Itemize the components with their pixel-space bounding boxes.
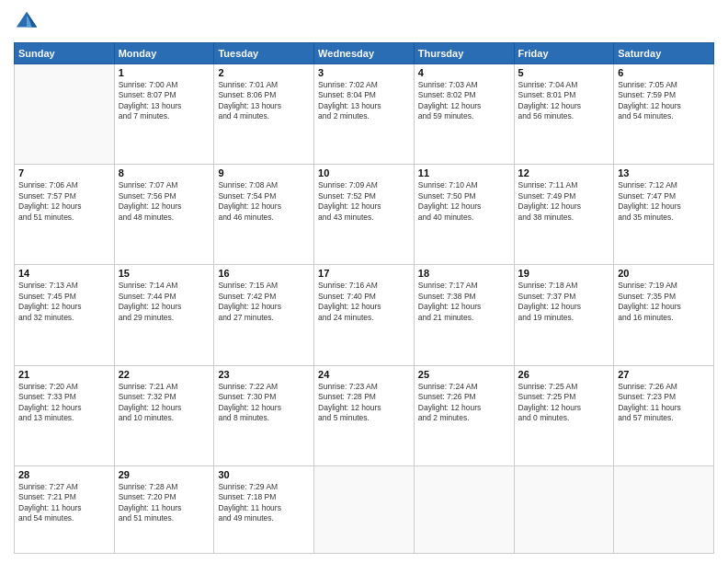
day-info: Sunrise: 7:28 AM Sunset: 7:20 PM Dayligh… bbox=[119, 482, 210, 524]
day-number: 13 bbox=[618, 167, 710, 178]
day-info: Sunrise: 7:10 AM Sunset: 7:50 PM Dayligh… bbox=[418, 180, 510, 223]
day-info: Sunrise: 7:29 AM Sunset: 7:18 PM Dayligh… bbox=[218, 482, 310, 524]
day-number: 12 bbox=[518, 167, 610, 178]
day-number: 22 bbox=[119, 369, 210, 380]
day-info: Sunrise: 7:26 AM Sunset: 7:23 PM Dayligh… bbox=[618, 382, 710, 424]
calendar-week-row: 7Sunrise: 7:06 AM Sunset: 7:57 PM Daylig… bbox=[15, 165, 714, 265]
calendar-cell: 25Sunrise: 7:24 AM Sunset: 7:26 PM Dayli… bbox=[414, 365, 514, 465]
calendar-cell bbox=[15, 64, 115, 165]
day-number: 23 bbox=[218, 369, 310, 380]
calendar-cell: 26Sunrise: 7:25 AM Sunset: 7:25 PM Dayli… bbox=[514, 365, 614, 465]
calendar-cell: 30Sunrise: 7:29 AM Sunset: 7:18 PM Dayli… bbox=[214, 465, 314, 553]
weekday-header: Tuesday bbox=[214, 43, 314, 64]
calendar-cell: 18Sunrise: 7:17 AM Sunset: 7:38 PM Dayli… bbox=[414, 265, 514, 365]
calendar-cell: 5Sunrise: 7:04 AM Sunset: 8:01 PM Daylig… bbox=[514, 64, 614, 165]
day-info: Sunrise: 7:24 AM Sunset: 7:26 PM Dayligh… bbox=[418, 382, 510, 424]
day-number: 2 bbox=[218, 67, 310, 78]
page: SundayMondayTuesdayWednesdayThursdayFrid… bbox=[0, 0, 728, 563]
weekday-header: Saturday bbox=[614, 43, 714, 64]
calendar-cell: 11Sunrise: 7:10 AM Sunset: 7:50 PM Dayli… bbox=[414, 165, 514, 265]
day-number: 28 bbox=[18, 469, 110, 480]
calendar-cell: 8Sunrise: 7:07 AM Sunset: 7:56 PM Daylig… bbox=[114, 165, 214, 265]
day-info: Sunrise: 7:05 AM Sunset: 7:59 PM Dayligh… bbox=[618, 80, 710, 122]
day-info: Sunrise: 7:13 AM Sunset: 7:45 PM Dayligh… bbox=[18, 281, 110, 323]
day-number: 30 bbox=[218, 469, 310, 480]
day-number: 7 bbox=[18, 167, 110, 178]
day-info: Sunrise: 7:01 AM Sunset: 8:06 PM Dayligh… bbox=[218, 80, 310, 122]
weekday-header: Friday bbox=[514, 43, 614, 64]
calendar-cell: 27Sunrise: 7:26 AM Sunset: 7:23 PM Dayli… bbox=[614, 365, 714, 465]
day-number: 27 bbox=[618, 369, 710, 380]
day-number: 3 bbox=[318, 67, 410, 78]
day-info: Sunrise: 7:17 AM Sunset: 7:38 PM Dayligh… bbox=[418, 281, 510, 323]
day-info: Sunrise: 7:25 AM Sunset: 7:25 PM Dayligh… bbox=[518, 382, 610, 424]
day-info: Sunrise: 7:02 AM Sunset: 8:04 PM Dayligh… bbox=[318, 80, 410, 122]
day-number: 20 bbox=[618, 268, 710, 279]
day-info: Sunrise: 7:18 AM Sunset: 7:37 PM Dayligh… bbox=[518, 281, 610, 323]
calendar-week-row: 14Sunrise: 7:13 AM Sunset: 7:45 PM Dayli… bbox=[15, 265, 714, 365]
logo bbox=[14, 9, 43, 35]
calendar-cell: 14Sunrise: 7:13 AM Sunset: 7:45 PM Dayli… bbox=[15, 265, 115, 365]
calendar-cell: 17Sunrise: 7:16 AM Sunset: 7:40 PM Dayli… bbox=[314, 265, 415, 365]
calendar-cell: 20Sunrise: 7:19 AM Sunset: 7:35 PM Dayli… bbox=[614, 265, 714, 365]
day-number: 1 bbox=[119, 67, 210, 78]
day-info: Sunrise: 7:23 AM Sunset: 7:28 PM Dayligh… bbox=[318, 382, 410, 424]
calendar-cell: 15Sunrise: 7:14 AM Sunset: 7:44 PM Dayli… bbox=[114, 265, 214, 365]
calendar-cell: 16Sunrise: 7:15 AM Sunset: 7:42 PM Dayli… bbox=[214, 265, 314, 365]
calendar-cell: 1Sunrise: 7:00 AM Sunset: 8:07 PM Daylig… bbox=[114, 64, 214, 165]
day-info: Sunrise: 7:16 AM Sunset: 7:40 PM Dayligh… bbox=[318, 281, 410, 323]
day-number: 10 bbox=[318, 167, 410, 178]
day-number: 9 bbox=[218, 167, 310, 178]
day-number: 4 bbox=[418, 67, 510, 78]
day-info: Sunrise: 7:06 AM Sunset: 7:57 PM Dayligh… bbox=[18, 180, 110, 223]
weekday-header: Monday bbox=[114, 43, 214, 64]
calendar-cell bbox=[314, 465, 415, 553]
day-number: 25 bbox=[418, 369, 510, 380]
day-info: Sunrise: 7:12 AM Sunset: 7:47 PM Dayligh… bbox=[618, 180, 710, 223]
calendar-cell: 12Sunrise: 7:11 AM Sunset: 7:49 PM Dayli… bbox=[514, 165, 614, 265]
day-number: 17 bbox=[318, 268, 410, 279]
day-number: 18 bbox=[418, 268, 510, 279]
weekday-header: Thursday bbox=[414, 43, 514, 64]
day-number: 16 bbox=[218, 268, 310, 279]
day-info: Sunrise: 7:03 AM Sunset: 8:02 PM Dayligh… bbox=[418, 80, 510, 122]
day-info: Sunrise: 7:15 AM Sunset: 7:42 PM Dayligh… bbox=[218, 281, 310, 323]
calendar-cell bbox=[514, 465, 614, 553]
calendar-cell: 2Sunrise: 7:01 AM Sunset: 8:06 PM Daylig… bbox=[214, 64, 314, 165]
header bbox=[14, 9, 714, 35]
calendar-cell: 29Sunrise: 7:28 AM Sunset: 7:20 PM Dayli… bbox=[114, 465, 214, 553]
day-number: 11 bbox=[418, 167, 510, 178]
calendar-cell: 24Sunrise: 7:23 AM Sunset: 7:28 PM Dayli… bbox=[314, 365, 415, 465]
day-info: Sunrise: 7:09 AM Sunset: 7:52 PM Dayligh… bbox=[318, 180, 410, 223]
calendar-cell: 13Sunrise: 7:12 AM Sunset: 7:47 PM Dayli… bbox=[614, 165, 714, 265]
calendar-cell: 28Sunrise: 7:27 AM Sunset: 7:21 PM Dayli… bbox=[15, 465, 115, 553]
day-info: Sunrise: 7:08 AM Sunset: 7:54 PM Dayligh… bbox=[218, 180, 310, 223]
calendar-week-row: 21Sunrise: 7:20 AM Sunset: 7:33 PM Dayli… bbox=[15, 365, 714, 465]
day-number: 24 bbox=[318, 369, 410, 380]
calendar-week-row: 1Sunrise: 7:00 AM Sunset: 8:07 PM Daylig… bbox=[15, 64, 714, 165]
day-info: Sunrise: 7:07 AM Sunset: 7:56 PM Dayligh… bbox=[119, 180, 210, 223]
weekday-header: Wednesday bbox=[314, 43, 415, 64]
calendar-cell: 7Sunrise: 7:06 AM Sunset: 7:57 PM Daylig… bbox=[15, 165, 115, 265]
calendar-table: SundayMondayTuesdayWednesdayThursdayFrid… bbox=[14, 42, 714, 554]
calendar-cell bbox=[414, 465, 514, 553]
day-info: Sunrise: 7:04 AM Sunset: 8:01 PM Dayligh… bbox=[518, 80, 610, 122]
calendar-cell: 9Sunrise: 7:08 AM Sunset: 7:54 PM Daylig… bbox=[214, 165, 314, 265]
calendar-cell: 10Sunrise: 7:09 AM Sunset: 7:52 PM Dayli… bbox=[314, 165, 415, 265]
day-number: 8 bbox=[119, 167, 210, 178]
calendar-cell: 4Sunrise: 7:03 AM Sunset: 8:02 PM Daylig… bbox=[414, 64, 514, 165]
day-info: Sunrise: 7:20 AM Sunset: 7:33 PM Dayligh… bbox=[18, 382, 110, 424]
day-info: Sunrise: 7:19 AM Sunset: 7:35 PM Dayligh… bbox=[618, 281, 710, 323]
calendar-cell: 19Sunrise: 7:18 AM Sunset: 7:37 PM Dayli… bbox=[514, 265, 614, 365]
calendar-cell: 22Sunrise: 7:21 AM Sunset: 7:32 PM Dayli… bbox=[114, 365, 214, 465]
day-number: 15 bbox=[119, 268, 210, 279]
day-number: 6 bbox=[618, 67, 710, 78]
day-info: Sunrise: 7:22 AM Sunset: 7:30 PM Dayligh… bbox=[218, 382, 310, 424]
day-info: Sunrise: 7:14 AM Sunset: 7:44 PM Dayligh… bbox=[119, 281, 210, 323]
day-info: Sunrise: 7:21 AM Sunset: 7:32 PM Dayligh… bbox=[119, 382, 210, 424]
day-number: 5 bbox=[518, 67, 610, 78]
day-info: Sunrise: 7:11 AM Sunset: 7:49 PM Dayligh… bbox=[518, 180, 610, 223]
day-number: 21 bbox=[18, 369, 110, 380]
day-number: 14 bbox=[18, 268, 110, 279]
calendar-cell bbox=[614, 465, 714, 553]
